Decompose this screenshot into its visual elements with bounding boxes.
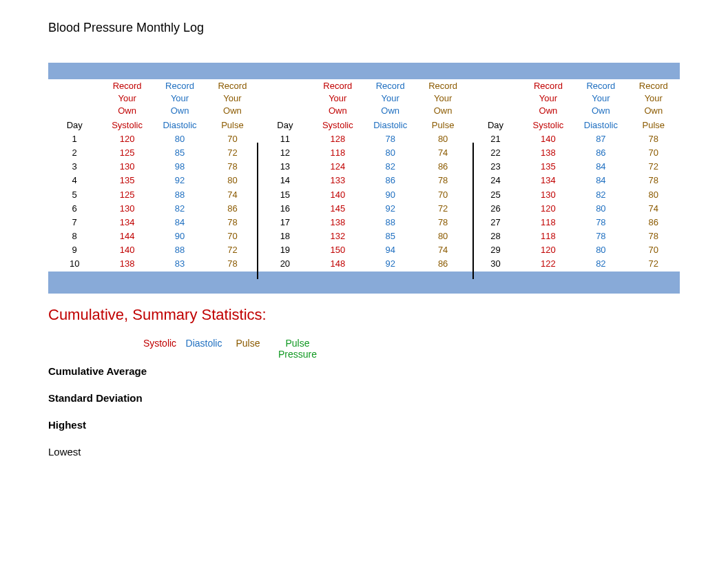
table-row: 151409070 <box>259 188 470 202</box>
cell-pulse: 70 <box>417 188 469 202</box>
table-row: 71348478 <box>48 216 259 229</box>
cell-day: 17 <box>259 216 311 229</box>
cell-pulse: 78 <box>627 132 680 146</box>
col-header-dia: RecordYourOwn <box>364 79 416 119</box>
cell-pulse: 72 <box>627 257 680 271</box>
cell-systolic: 138 <box>311 216 364 229</box>
cell-day: 26 <box>469 202 521 216</box>
cell-systolic: 134 <box>101 216 153 229</box>
cell-diastolic: 90 <box>154 229 206 243</box>
table-row: 211408778 <box>469 132 680 146</box>
col-header-sys: RecordYourOwn <box>522 79 574 119</box>
cell-day: 18 <box>259 229 311 243</box>
cell-day: 15 <box>259 188 311 202</box>
col-header-pul: RecordYourOwn <box>206 79 258 119</box>
table-row: 181328580 <box>259 229 470 243</box>
cell-pulse: 74 <box>417 146 469 160</box>
table-row: 131248286 <box>259 160 470 174</box>
table-row: 261208074 <box>469 202 680 216</box>
cell-diastolic: 85 <box>154 146 206 160</box>
cell-day: 10 <box>48 257 101 271</box>
cell-pulse: 70 <box>206 132 258 146</box>
table-row: 271187886 <box>469 216 680 229</box>
col-diastolic: Diastolic <box>574 119 627 132</box>
cell-day: 8 <box>48 229 101 243</box>
cell-day: 2 <box>48 146 101 160</box>
cell-day: 9 <box>48 243 101 257</box>
col-day: Day <box>469 119 521 132</box>
cell-systolic: 125 <box>101 146 153 160</box>
log-tables: RecordYourOwnRecordYourOwnRecordYourOwnD… <box>48 79 680 272</box>
summary-title: Cumulative, Summary Statistics: <box>48 306 680 324</box>
col-diastolic: Diastolic <box>154 119 206 132</box>
col-header-dia: RecordYourOwn <box>574 79 627 119</box>
col-pulse: Pulse <box>206 119 258 132</box>
decade-block: RecordYourOwnRecordYourOwnRecordYourOwnD… <box>259 79 470 272</box>
cell-pulse: 80 <box>627 188 680 202</box>
cell-diastolic: 78 <box>574 229 627 243</box>
cell-day: 11 <box>259 132 311 146</box>
col-pulse: Pulse <box>627 119 680 132</box>
cell-pulse: 78 <box>206 257 258 271</box>
table-row: 221388670 <box>469 146 680 160</box>
cell-day: 22 <box>469 146 521 160</box>
col-systolic: Systolic <box>101 119 153 132</box>
stats-col-systolic: Systolic <box>138 338 182 360</box>
cell-diastolic: 98 <box>154 160 206 174</box>
stats-col-pulse-pressure: Pulse Pressure <box>270 338 325 360</box>
table-row: 91408872 <box>48 243 259 257</box>
table-row: 301228272 <box>469 257 680 271</box>
cell-diastolic: 92 <box>364 202 416 216</box>
cell-systolic: 118 <box>522 216 574 229</box>
cell-systolic: 140 <box>101 243 153 257</box>
col-header-dia: RecordYourOwn <box>154 79 206 119</box>
table-row: 11208070 <box>48 132 259 146</box>
cell-day: 6 <box>48 202 101 216</box>
cell-systolic: 135 <box>101 174 153 187</box>
cell-pulse: 72 <box>206 243 258 257</box>
page-title: Blood Pressure Monthly Log <box>48 21 680 35</box>
cell-systolic: 150 <box>311 243 364 257</box>
col-header-sys: RecordYourOwn <box>311 79 364 119</box>
stat-highest: Highest <box>48 419 680 431</box>
table-row: 171388878 <box>259 216 470 229</box>
cell-pulse: 78 <box>417 216 469 229</box>
cell-pulse: 78 <box>206 160 258 174</box>
cell-diastolic: 85 <box>364 229 416 243</box>
cell-pulse: 70 <box>627 146 680 160</box>
cell-day: 29 <box>469 243 521 257</box>
cell-day: 14 <box>259 174 311 187</box>
cell-systolic: 118 <box>522 229 574 243</box>
table-row: 281187878 <box>469 229 680 243</box>
cell-systolic: 120 <box>101 132 153 146</box>
cell-diastolic: 80 <box>364 146 416 160</box>
cell-pulse: 86 <box>417 160 469 174</box>
cell-diastolic: 87 <box>574 132 627 146</box>
cell-systolic: 134 <box>522 174 574 187</box>
cell-day: 25 <box>469 188 521 202</box>
cell-systolic: 124 <box>311 160 364 174</box>
cell-pulse: 70 <box>627 243 680 257</box>
table-row: 191509474 <box>259 243 470 257</box>
cell-diastolic: 88 <box>154 243 206 257</box>
cell-systolic: 130 <box>101 202 153 216</box>
table-row: 111287880 <box>259 132 470 146</box>
cell-pulse: 86 <box>206 202 258 216</box>
stats-col-pulse: Pulse <box>226 338 270 360</box>
cell-diastolic: 88 <box>364 216 416 229</box>
top-blue-bar <box>48 63 680 79</box>
decade-block: RecordYourOwnRecordYourOwnRecordYourOwnD… <box>469 79 680 272</box>
col-header-sys: RecordYourOwn <box>101 79 153 119</box>
cell-day: 12 <box>259 146 311 160</box>
cell-diastolic: 82 <box>154 202 206 216</box>
cell-systolic: 148 <box>311 257 364 271</box>
cell-systolic: 120 <box>522 243 574 257</box>
cell-pulse: 86 <box>417 257 469 271</box>
cell-day: 28 <box>469 229 521 243</box>
stat-standard-deviation: Standard Deviation <box>48 392 680 404</box>
cell-diastolic: 82 <box>364 160 416 174</box>
col-diastolic: Diastolic <box>364 119 416 132</box>
cell-systolic: 138 <box>522 146 574 160</box>
cell-diastolic: 82 <box>574 188 627 202</box>
cell-systolic: 120 <box>522 202 574 216</box>
